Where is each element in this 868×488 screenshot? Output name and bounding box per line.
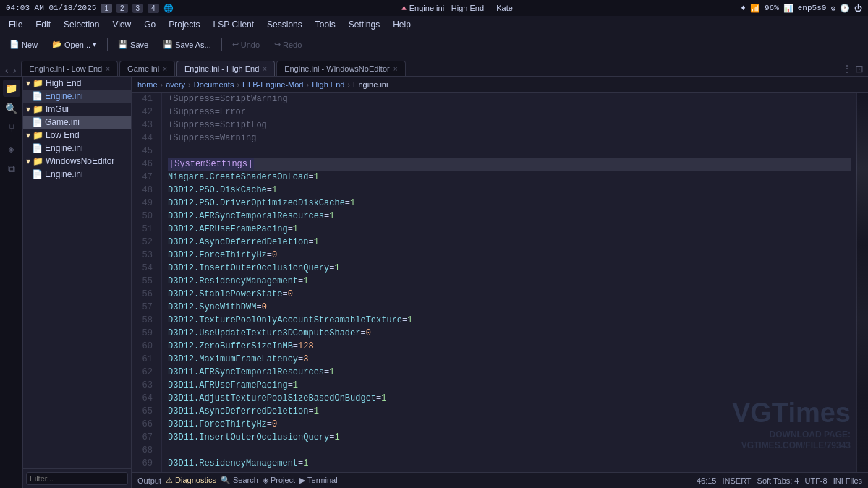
breadcrumb-hlb[interactable]: HLB-Engine-Mod — [242, 80, 303, 89]
tab-engine-high-end[interactable]: Engine.ini - High End × — [176, 61, 275, 76]
code-line[interactable]: D3D11.StablePowerState=0 — [168, 470, 851, 472]
breadcrumb-home[interactable]: home — [137, 80, 158, 89]
filter-input[interactable] — [26, 472, 128, 485]
status-soft-tabs[interactable]: Soft Tabs: 4 — [757, 476, 799, 485]
menu-sessions[interactable]: Sessions — [261, 18, 308, 31]
menu-edit[interactable]: Edit — [30, 18, 56, 31]
code-line[interactable]: D3D12.AsyncDeferredDeletion=1 — [168, 236, 851, 249]
menu-file[interactable]: File — [3, 18, 28, 31]
tree-folder-imgui[interactable]: ▾ 📁 ImGui — [23, 103, 131, 116]
code-line[interactable]: Niagara.CreateShadersOnLoad=1 — [168, 171, 851, 184]
tab-close-game[interactable]: × — [163, 65, 167, 73]
tree-file-engine-low-end[interactable]: 📄 Engine.ini — [23, 142, 131, 155]
statusbar-right: 46:15 INSERT Soft Tabs: 4 UTF-8 INI File… — [697, 476, 862, 485]
code-line[interactable]: D3D12.UseUpdateTexture3DComputeShader=0 — [168, 327, 851, 340]
menu-lsp-client[interactable]: LSP Client — [208, 18, 260, 31]
tree-folder-high-end[interactable]: ▾ 📁 High End — [23, 77, 131, 90]
tab-nav-left[interactable]: ‹ — [3, 64, 11, 76]
workspace-3[interactable]: 3 — [132, 4, 144, 13]
code-line[interactable]: D3D11.ResidencyManagement=1 — [168, 457, 851, 470]
status-search[interactable]: 🔍 Search — [221, 476, 258, 485]
code-content[interactable]: +Suppress=ScriptWarning+Suppress=Error+S… — [162, 93, 856, 472]
code-line[interactable]: D3D12.MaximumFrameLatency=3 — [168, 353, 851, 366]
code-line[interactable]: +Suppress=ScriptLog — [168, 119, 851, 132]
status-file-type[interactable]: INI Files — [833, 476, 862, 485]
menu-view[interactable]: View — [106, 18, 137, 31]
status-project[interactable]: ◈ Project — [263, 476, 295, 485]
menu-settings[interactable]: Settings — [343, 18, 386, 31]
code-line[interactable]: D3D12.AFRUseFramePacing=1 — [168, 223, 851, 236]
sidebar-search-icon[interactable]: 🔍 — [3, 100, 20, 117]
code-line[interactable] — [168, 444, 851, 457]
status-terminal[interactable]: ▶ Terminal — [299, 476, 337, 485]
tab-more-button[interactable]: ⋮ — [841, 61, 854, 76]
code-line[interactable]: [SystemSettings] — [168, 158, 851, 171]
power-icon[interactable]: ⏻ — [854, 4, 862, 13]
breadcrumb-documents[interactable]: Documents — [194, 80, 234, 89]
code-line[interactable]: D3D12.ResidencyManagement=1 — [168, 275, 851, 288]
tree-file-game-ini[interactable]: 📄 Game.ini — [23, 116, 131, 129]
code-line[interactable]: D3D12.AFRSyncTemporalResources=1 — [168, 210, 851, 223]
code-line[interactable]: D3D11.AFRSyncTemporalResources=1 — [168, 366, 851, 379]
code-line[interactable]: D3D12.InsertOuterOcclusionQuery=1 — [168, 262, 851, 275]
tab-close-windows[interactable]: × — [393, 65, 398, 73]
code-line[interactable]: D3D11.AsyncDeferredDeletion=1 — [168, 405, 851, 418]
status-encoding[interactable]: UTF-8 — [804, 476, 827, 485]
sidebar-git-icon[interactable]: ⑂ — [3, 120, 20, 137]
tab-expand-button[interactable]: ⊡ — [854, 61, 865, 76]
save-button[interactable]: 💾 Save — [111, 38, 155, 51]
bars-icon: 📊 — [783, 4, 793, 13]
tab-engine-windows[interactable]: Engine.ini - WindowsNoEditor × — [276, 61, 405, 76]
breadcrumb-high-end[interactable]: High End — [312, 80, 344, 89]
editor-area: home › avery › Documents › HLB-Engine-Mo… — [132, 77, 868, 488]
workspace-2[interactable]: 2 — [116, 4, 128, 13]
code-line[interactable]: D3D12.TexturePoolOnlyAccountStreamableTe… — [168, 314, 851, 327]
breadcrumb-avery[interactable]: avery — [166, 80, 185, 89]
line-number: 68 — [132, 444, 158, 457]
code-line[interactable] — [168, 145, 851, 158]
folder-chevron-icon-imgui: ▾ — [26, 104, 30, 114]
status-output[interactable]: Output — [137, 476, 161, 485]
code-line[interactable]: D3D12.PSO.DriverOptimizedDiskCache=1 — [168, 197, 851, 210]
sidebar-filetree-icon[interactable]: 📁 — [3, 80, 20, 97]
redo-button[interactable]: ↪ Redo — [268, 38, 308, 51]
code-line[interactable]: D3D12.PSO.DiskCache=1 — [168, 184, 851, 197]
undo-button[interactable]: ↩ Undo — [226, 38, 266, 51]
tab-close-high-end[interactable]: × — [263, 65, 267, 73]
status-position[interactable]: 46:15 — [697, 476, 717, 485]
sidebar-plugin-icon[interactable]: ⧉ — [3, 160, 20, 178]
tab-game-ini[interactable]: Game.ini × — [119, 61, 175, 76]
tree-file-engine-high-end[interactable]: 📄 Engine.ini — [23, 90, 131, 103]
code-line[interactable]: D3D11.AFRUseFramePacing=1 — [168, 379, 851, 392]
code-line[interactable]: D3D12.SyncWithDWM=0 — [168, 301, 851, 314]
code-line[interactable]: +Suppress=Error — [168, 106, 851, 119]
save-as-button[interactable]: 💾 Save As... — [156, 38, 218, 51]
code-line[interactable]: D3D12.ForceThirtyHz=0 — [168, 249, 851, 262]
menu-projects[interactable]: Projects — [163, 18, 205, 31]
code-line[interactable]: +Suppress=ScriptWarning — [168, 93, 851, 106]
tab-nav-right[interactable]: › — [11, 64, 19, 76]
new-button[interactable]: 📄 New — [3, 38, 44, 51]
open-button[interactable]: 📂 Open... ▾ — [46, 38, 103, 51]
tab-close-low-end[interactable]: × — [106, 65, 110, 73]
status-insert[interactable]: INSERT — [722, 476, 751, 485]
settings-icon[interactable]: ⚙ — [830, 4, 835, 13]
menu-tools[interactable]: Tools — [310, 18, 341, 31]
status-diagnostics[interactable]: ⚠ Diagnostics — [166, 476, 216, 485]
tab-engine-low-end[interactable]: Engine.ini - Low End × — [21, 61, 118, 76]
menu-go[interactable]: Go — [138, 18, 161, 31]
code-line[interactable]: D3D12.ZeroBufferSizeInMB=128 — [168, 340, 851, 353]
menu-help[interactable]: Help — [387, 18, 417, 31]
tree-folder-low-end[interactable]: ▾ 📁 Low End — [23, 129, 131, 142]
code-line[interactable]: D3D12.StablePowerState=0 — [168, 288, 851, 301]
code-line[interactable]: +Suppress=Warning — [168, 132, 851, 145]
menu-selection[interactable]: Selection — [58, 18, 105, 31]
tree-file-engine-windows[interactable]: 📄 Engine.ini — [23, 168, 131, 181]
sidebar-lsp-icon[interactable]: ◈ — [3, 140, 20, 158]
workspace-4[interactable]: 4 — [148, 4, 159, 13]
code-line[interactable]: D3D11.AdjustTexturePoolSizeBasedOnBudget… — [168, 392, 851, 405]
code-line[interactable]: D3D11.InsertOuterOcclusionQuery=1 — [168, 431, 851, 444]
tree-folder-windows[interactable]: ▾ 📁 WindowsNoEditor — [23, 155, 131, 168]
workspace-1[interactable]: 1 — [101, 4, 112, 13]
code-line[interactable]: D3D11.ForceThirtyHz=0 — [168, 418, 851, 431]
